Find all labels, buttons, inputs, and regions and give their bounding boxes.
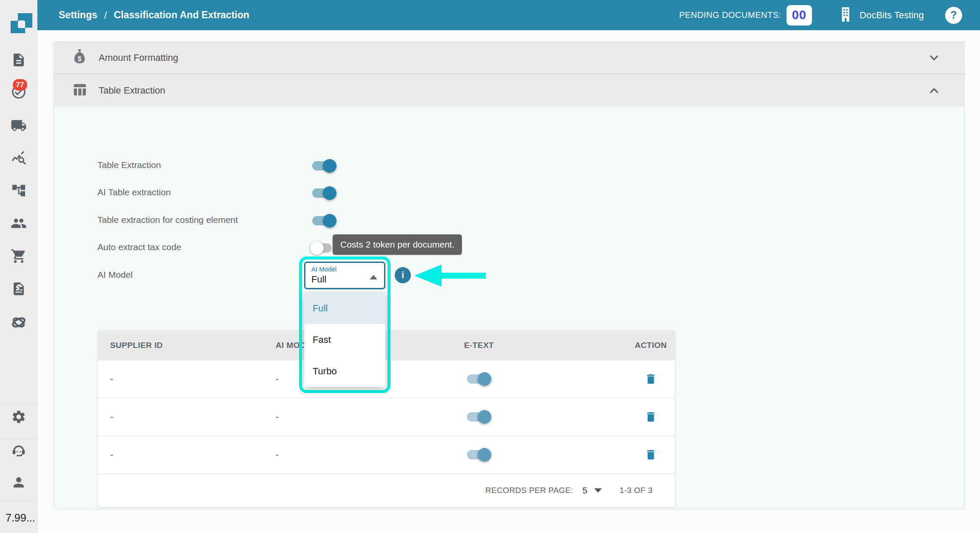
table-icon [72, 82, 87, 99]
invoice-icon[interactable] [10, 280, 27, 297]
row-etext-toggle[interactable] [467, 374, 491, 384]
pending-documents-count: 00 [786, 5, 812, 26]
arrow-up-icon [370, 275, 377, 279]
table-row: - - [98, 398, 675, 436]
info-icon[interactable]: i [395, 267, 411, 283]
pagination-range: 1-3 OF 3 [620, 486, 652, 495]
approvals-badge: 77 [13, 79, 27, 91]
chevron-down-icon [927, 51, 941, 66]
delete-row-button[interactable] [644, 410, 657, 425]
toggle-label-auto-extract-tax-code: Auto extract tax code [97, 242, 181, 252]
toggle-label-costing-element: Table extraction for costing element [97, 215, 238, 225]
settings-panel: $ Amount Formatting Table Extraction Tab… [54, 41, 965, 510]
toggle-costing-element[interactable] [312, 216, 336, 226]
records-per-page-value[interactable]: 5 [583, 486, 587, 496]
suppliers-table: SUPPLIER ID AI MODEL E-TEXT ACTION - - -… [98, 331, 675, 507]
toggle-ai-table-extraction[interactable] [312, 188, 336, 198]
tooltip: Costs 2 token per document. [333, 234, 462, 255]
pending-documents-label: PENDING DOCUMENTS: [679, 10, 781, 20]
ai-model-select-value: Full [311, 274, 326, 285]
cell-ai-model: - [276, 436, 279, 473]
annotation-arrow-icon [413, 264, 487, 289]
top-bar: Settings / Classification And Extraction… [37, 0, 980, 30]
breadcrumb-settings[interactable]: Settings [59, 9, 97, 21]
toggle-table-extraction[interactable] [312, 161, 336, 171]
cell-supplier-id: - [110, 436, 113, 473]
delete-row-button[interactable] [644, 373, 657, 387]
breadcrumb-separator: / [104, 9, 107, 21]
breadcrumb-current-page: Classification And Extraction [114, 9, 249, 21]
ai-model-select[interactable]: AI Model Full [304, 262, 385, 289]
column-supplier-id: SUPPLIER ID [110, 331, 163, 360]
option-turbo[interactable]: Turbo [304, 356, 385, 387]
help-icon[interactable]: ? [945, 7, 962, 24]
option-full[interactable]: Full [304, 293, 385, 324]
breadcrumb: Settings / Classification And Extraction [59, 9, 249, 21]
toggle-label-ai-table-extraction: AI Table extraction [97, 187, 171, 197]
delete-row-button[interactable] [644, 448, 657, 463]
money-bag-icon: $ [72, 48, 87, 67]
column-e-text: E-TEXT [436, 331, 521, 360]
ai-model-row-label: AI Model [97, 270, 133, 280]
toggle-label-table-extraction: Table Extraction [97, 160, 161, 170]
organization-name[interactable]: DocBits Testing [860, 10, 924, 21]
orbit-icon[interactable] [10, 314, 27, 331]
app-screen: 77 [0, 0, 980, 533]
records-per-page-label: RECORDS PER PAGE: [485, 486, 573, 495]
shop-cart-icon[interactable] [10, 248, 27, 265]
cell-supplier-id: - [110, 398, 113, 436]
ai-model-select-label: AI Model [311, 265, 336, 273]
chevron-up-icon [927, 84, 941, 99]
cell-ai-model: - [276, 398, 279, 436]
table-header-row: SUPPLIER ID AI MODEL E-TEXT ACTION [98, 331, 675, 360]
shipping-truck-icon[interactable] [10, 117, 27, 134]
profile-person-icon[interactable] [10, 474, 27, 491]
accordion-table-extraction[interactable]: Table Extraction [54, 74, 964, 106]
column-action: ACTION [630, 331, 672, 360]
caret-down-icon[interactable] [594, 488, 602, 493]
version-label: 7.99... [6, 512, 35, 524]
sidebar: 77 [0, 0, 37, 533]
table-row: - - [98, 436, 675, 473]
accordion-title: Table Extraction [99, 85, 165, 96]
table-pagination: RECORDS PER PAGE: 5 1-3 OF 3 [98, 473, 675, 507]
users-icon[interactable] [10, 215, 27, 232]
cell-ai-model: - [276, 360, 279, 398]
settings-gear-icon[interactable] [10, 408, 27, 425]
currency-glyph: $ [77, 54, 81, 62]
row-etext-toggle[interactable] [467, 450, 491, 460]
option-fast[interactable]: Fast [304, 324, 385, 356]
app-logo-icon[interactable] [5, 3, 32, 35]
sidebar-divider [0, 439, 37, 439]
sidebar-divider [0, 500, 37, 501]
organization-building-icon[interactable] [838, 6, 853, 25]
cell-supplier-id: - [110, 360, 113, 398]
documents-icon[interactable] [10, 51, 27, 68]
sidebar-divider [0, 404, 37, 404]
table-row: - - [98, 360, 675, 398]
analytics-search-icon[interactable] [10, 150, 27, 167]
workflow-tree-icon[interactable] [10, 182, 27, 199]
accordion-amount-formatting[interactable]: $ Amount Formatting [54, 42, 964, 74]
ai-model-option-list: Full Fast Turbo [304, 293, 385, 387]
row-etext-toggle[interactable] [467, 412, 491, 422]
accordion-title: Amount Formatting [99, 52, 178, 63]
support-headset-icon[interactable] [10, 442, 27, 459]
